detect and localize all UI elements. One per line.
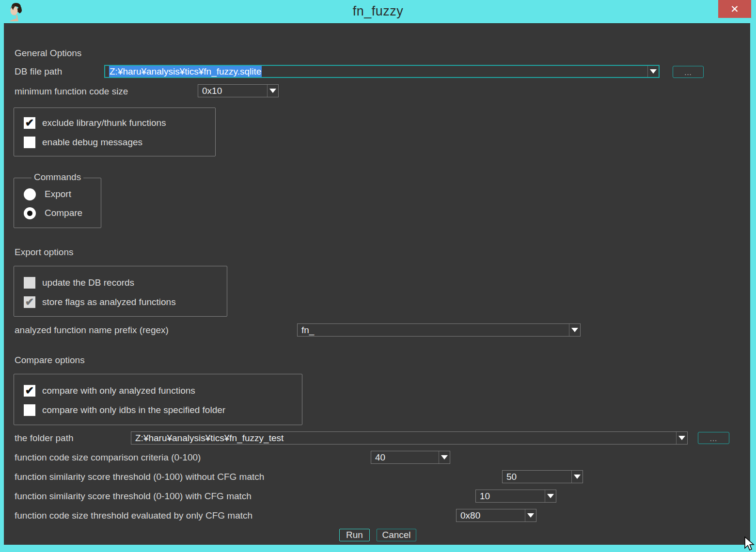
criteria-dropdown-icon[interactable] [439,451,450,463]
prefix-label: analyzed function name prefix (regex) [15,325,169,336]
update-db-records-checkbox [24,277,35,289]
close-button[interactable]: ✕ [718,0,751,18]
compare-options-group: compare with only analyzed functions com… [14,374,302,425]
threshold-with-cfg-label: function similarity score threshold (0-1… [15,491,252,502]
min-code-size-label: minimum function code size [15,86,128,97]
threshold-with-cfg-combo[interactable]: 10 [475,490,556,503]
folder-path-label: the folder path [15,433,73,444]
min-code-size-dropdown-icon[interactable] [267,85,278,97]
threshold-without-cfg-dropdown-icon[interactable] [571,471,583,483]
folder-path-browse-button[interactable]: ... [698,432,729,444]
compare-analyzed-checkbox[interactable] [24,385,35,397]
compare-options-title: Compare options [15,355,85,366]
enable-debug-messages-row[interactable]: enable debug messages [24,136,142,148]
mouse-cursor-icon [743,537,756,552]
criteria-combo[interactable]: 40 [371,451,450,464]
threshold-without-cfg-value[interactable]: 50 [506,471,570,483]
compare-idbs-folder-label[interactable]: compare with only idbs in the specified … [42,405,225,415]
update-db-records-label: update the DB records [42,277,134,288]
dialog-body: General Options DB file path Z:¥haru¥ana… [4,23,750,545]
general-checkbox-group: exclude library/thunk functions enable d… [14,107,216,156]
export-options-title: Export options [15,247,73,258]
min-code-size-combo[interactable]: 0x10 [198,84,279,97]
prefix-combo[interactable]: fn_ [297,323,581,337]
exclude-library-thunk-row[interactable]: exclude library/thunk functions [24,117,166,129]
update-db-records-row: update the DB records [24,276,134,289]
min-code-size-value[interactable]: 0x10 [202,85,266,97]
threshold-with-cfg-dropdown-icon[interactable] [545,490,556,502]
enable-debug-messages-checkbox[interactable] [24,137,35,148]
folder-path-dropdown-icon[interactable] [676,432,687,444]
prefix-value[interactable]: fn_ [301,324,567,336]
threshold-without-cfg-combo[interactable]: 50 [502,470,583,483]
commands-group: Commands Export Compare [14,178,101,228]
compare-idbs-folder-row[interactable]: compare with only idbs in the specified … [24,404,225,416]
prefix-dropdown-icon[interactable] [569,324,580,336]
compare-radio-row[interactable]: Compare [24,207,82,219]
compare-analyzed-row[interactable]: compare with only analyzed functions [24,384,195,397]
run-button[interactable]: Run [339,529,370,541]
db-file-path-value[interactable]: Z:¥haru¥analysis¥tics¥fn_fuzzy.sqlite [109,66,646,77]
code-size-threshold-label: function code size threshold evaluated b… [15,510,252,521]
compare-idbs-folder-checkbox[interactable] [24,404,35,416]
code-size-threshold-value[interactable]: 0x80 [460,509,523,521]
folder-path-combo[interactable]: Z:¥haru¥analysis¥tics¥fn_fuzzy_test [131,431,688,445]
criteria-label: function code size comparison criteria (… [15,452,201,463]
commands-legend: Commands [32,172,83,183]
export-radio-label[interactable]: Export [45,189,71,199]
compare-analyzed-label[interactable]: compare with only analyzed functions [42,385,195,396]
store-flags-row: store flags as analyzed functions [24,296,176,308]
exclude-library-thunk-label[interactable]: exclude library/thunk functions [42,118,166,128]
compare-radio-label[interactable]: Compare [45,208,82,218]
db-file-path-dropdown-icon[interactable] [647,66,659,77]
criteria-value[interactable]: 40 [375,451,437,463]
code-size-threshold-dropdown-icon[interactable] [525,509,536,521]
store-flags-checkbox [24,296,35,308]
fn-fuzzy-dialog: fn_fuzzy ✕ General Options DB file path … [0,0,756,552]
export-radio[interactable] [24,188,36,200]
cancel-button[interactable]: Cancel [377,529,416,541]
folder-path-value[interactable]: Z:¥haru¥analysis¥tics¥fn_fuzzy_test [135,432,675,444]
titlebar: fn_fuzzy ✕ [0,0,756,23]
export-radio-row[interactable]: Export [24,188,71,200]
code-size-threshold-combo[interactable]: 0x80 [456,509,536,522]
general-options-title: General Options [15,48,81,59]
compare-radio[interactable] [24,207,36,219]
threshold-without-cfg-label: function similarity score threshold (0-1… [15,472,264,482]
db-file-path-combo[interactable]: Z:¥haru¥analysis¥tics¥fn_fuzzy.sqlite [104,65,660,78]
window-title: fn_fuzzy [0,4,756,19]
threshold-with-cfg-value[interactable]: 10 [480,490,543,502]
export-options-group: update the DB records store flags as ana… [14,266,227,317]
store-flags-label: store flags as analyzed functions [42,297,176,307]
enable-debug-messages-label[interactable]: enable debug messages [42,137,142,148]
db-file-path-browse-button[interactable]: ... [673,66,704,78]
db-file-path-label: DB file path [15,66,62,77]
exclude-library-thunk-checkbox[interactable] [24,117,35,129]
